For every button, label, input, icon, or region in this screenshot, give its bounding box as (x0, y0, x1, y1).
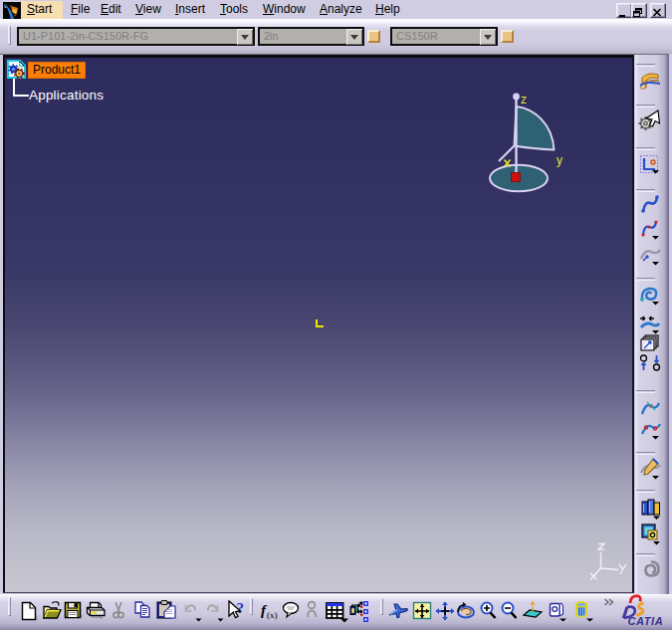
svg-text:(x): (x) (267, 610, 278, 620)
svg-text:y: y (557, 153, 562, 167)
svg-text:CATIA: CATIA (628, 615, 664, 627)
svg-text:z: z (521, 93, 527, 106)
